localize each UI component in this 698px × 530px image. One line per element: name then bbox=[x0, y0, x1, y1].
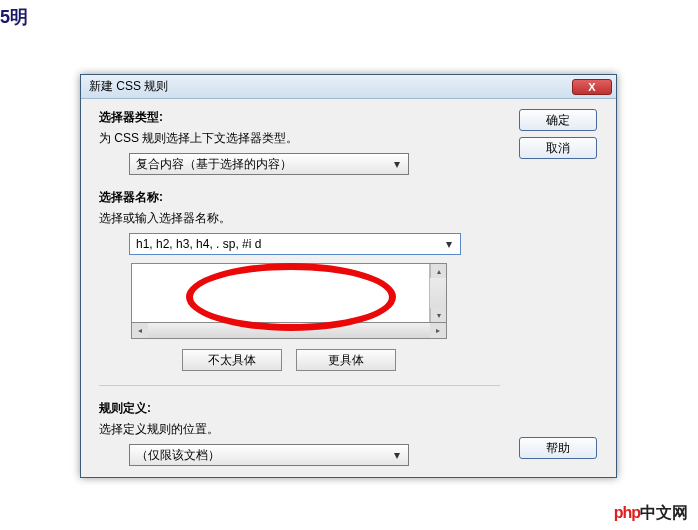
rule-def-label: 规则定义: bbox=[99, 400, 500, 417]
chevron-down-icon: ▾ bbox=[390, 448, 404, 462]
scroll-right-icon[interactable]: ▸ bbox=[430, 323, 446, 338]
page-fragment-text: 5明 bbox=[0, 5, 28, 29]
more-specific-button[interactable]: 更具体 bbox=[296, 349, 396, 371]
selector-name-combobox[interactable]: ▾ bbox=[129, 233, 461, 255]
watermark: php中文网 bbox=[614, 503, 688, 524]
selector-name-label: 选择器名称: bbox=[99, 189, 500, 206]
scroll-up-icon[interactable]: ▴ bbox=[430, 264, 446, 278]
scroll-track[interactable] bbox=[148, 323, 430, 338]
specificity-buttons: 不太具体 更具体 bbox=[131, 349, 447, 371]
ok-button[interactable]: 确定 bbox=[519, 109, 597, 131]
right-column: 确定 取消 帮助 bbox=[512, 109, 604, 465]
selector-name-input[interactable] bbox=[136, 237, 442, 251]
help-button[interactable]: 帮助 bbox=[519, 437, 597, 459]
selector-name-section: 选择器名称: 选择或输入选择器名称。 ▾ ▴ ▾ ◂ ▸ bbox=[99, 189, 500, 371]
rule-def-value: （仅限该文档） bbox=[136, 447, 390, 464]
spacer bbox=[512, 165, 604, 437]
dialog-title: 新建 CSS 规则 bbox=[89, 78, 572, 95]
rule-def-dropdown[interactable]: （仅限该文档） ▾ bbox=[129, 444, 409, 466]
less-specific-button[interactable]: 不太具体 bbox=[182, 349, 282, 371]
close-button[interactable]: X bbox=[572, 79, 612, 95]
rule-def-desc: 选择定义规则的位置。 bbox=[99, 421, 500, 438]
dialog-body: 选择器类型: 为 CSS 规则选择上下文选择器类型。 复合内容（基于选择的内容）… bbox=[81, 99, 616, 477]
left-column: 选择器类型: 为 CSS 规则选择上下文选择器类型。 复合内容（基于选择的内容）… bbox=[99, 109, 512, 465]
cancel-button[interactable]: 取消 bbox=[519, 137, 597, 159]
titlebar: 新建 CSS 规则 X bbox=[81, 75, 616, 99]
rule-definition-section: 规则定义: 选择定义规则的位置。 （仅限该文档） ▾ bbox=[99, 400, 500, 466]
description-textarea[interactable]: ▴ ▾ bbox=[131, 263, 447, 323]
selector-type-section: 选择器类型: 为 CSS 规则选择上下文选择器类型。 复合内容（基于选择的内容）… bbox=[99, 109, 500, 175]
selector-type-value: 复合内容（基于选择的内容） bbox=[136, 156, 390, 173]
new-css-rule-dialog: 新建 CSS 规则 X 选择器类型: 为 CSS 规则选择上下文选择器类型。 复… bbox=[80, 74, 617, 478]
selector-name-desc: 选择或输入选择器名称。 bbox=[99, 210, 500, 227]
selector-description-area: ▴ ▾ ◂ ▸ bbox=[131, 263, 447, 339]
watermark-logo: php bbox=[614, 504, 640, 521]
selector-type-desc: 为 CSS 规则选择上下文选择器类型。 bbox=[99, 130, 500, 147]
scroll-down-icon[interactable]: ▾ bbox=[430, 308, 446, 322]
selector-type-label: 选择器类型: bbox=[99, 109, 500, 126]
divider bbox=[99, 385, 500, 386]
selector-type-dropdown[interactable]: 复合内容（基于选择的内容） ▾ bbox=[129, 153, 409, 175]
scroll-left-icon[interactable]: ◂ bbox=[132, 323, 148, 338]
chevron-down-icon: ▾ bbox=[390, 157, 404, 171]
watermark-text: 中文网 bbox=[640, 504, 688, 521]
close-icon: X bbox=[588, 81, 595, 93]
chevron-down-icon[interactable]: ▾ bbox=[442, 237, 456, 251]
horizontal-scrollbar[interactable]: ◂ ▸ bbox=[131, 323, 447, 339]
